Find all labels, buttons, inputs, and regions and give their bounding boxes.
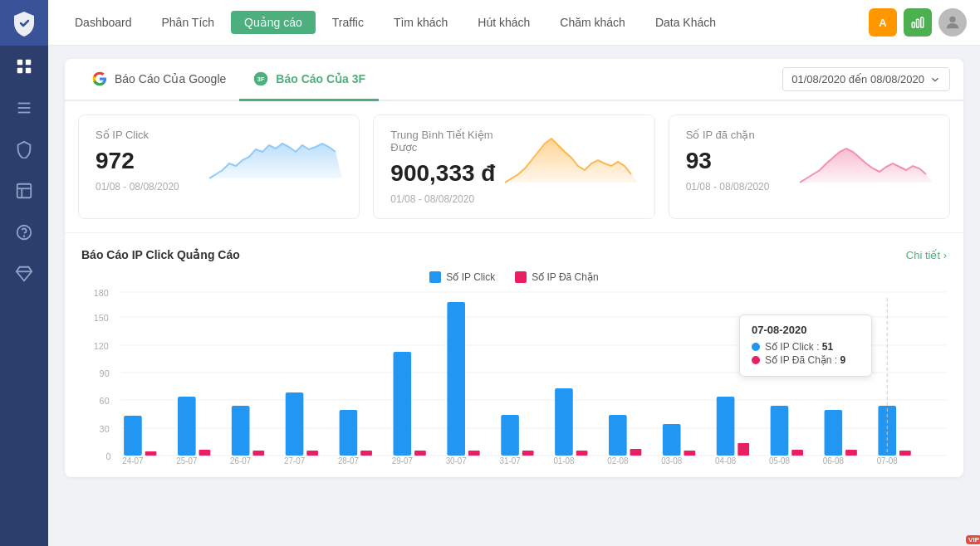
svg-point-16 <box>949 17 955 22</box>
svg-text:26-07: 26-07 <box>230 456 252 464</box>
list-icon <box>15 99 33 117</box>
nav-data-khach[interactable]: Data Khách <box>642 11 729 34</box>
sidebar-item-dashboard[interactable] <box>0 46 48 87</box>
svg-text:28-07: 28-07 <box>338 456 360 464</box>
svg-text:07-08: 07-08 <box>877 456 899 464</box>
nav-hut-khach[interactable]: Hút khách <box>464 11 543 34</box>
svg-text:30: 30 <box>100 424 110 434</box>
stat-title-3: Số IP đã chặn <box>686 129 770 141</box>
svg-text:30-07: 30-07 <box>446 456 468 464</box>
main-area: Dashboard Phân Tích Quảng cáo Traffic Tì… <box>48 0 980 546</box>
legend-click-dot <box>429 271 441 283</box>
svg-rect-45 <box>771 406 789 456</box>
tab-google-label: Báo Cáo Của Google <box>115 72 226 85</box>
sidebar <box>0 0 48 546</box>
legend-blocked-label: Số IP Đã Chặn <box>532 271 598 283</box>
svg-rect-35 <box>232 406 250 456</box>
svg-rect-44 <box>717 397 735 456</box>
sidebar-item-gem[interactable] <box>0 253 48 295</box>
svg-rect-56 <box>576 451 588 456</box>
svg-rect-58 <box>684 451 695 456</box>
svg-rect-52 <box>360 451 372 456</box>
gem-icon <box>15 265 33 283</box>
chart-legend: Số IP Click Số IP Đã Chặn <box>81 271 947 283</box>
svg-rect-60 <box>791 450 803 456</box>
svg-rect-33 <box>124 416 142 456</box>
shield-logo-icon <box>11 10 37 37</box>
svg-text:06-08: 06-08 <box>823 456 845 464</box>
svg-text:31-07: 31-07 <box>500 456 522 464</box>
stat-section: Số IP Click 972 01/08 - 08/08/2020 <box>65 101 963 233</box>
nav-quang-cao[interactable]: Quảng cáo <box>231 11 316 34</box>
sidebar-item-shield[interactable] <box>0 129 48 170</box>
main-card: Báo Cáo Của Google 3F Báo Cáo Của 3F 01/… <box>65 59 963 477</box>
stat-value-1: 972 <box>96 148 179 174</box>
svg-rect-7 <box>17 184 32 198</box>
stat-chart-2 <box>505 129 638 187</box>
svg-text:0: 0 <box>105 451 110 461</box>
svg-rect-43 <box>663 424 681 456</box>
svg-rect-40 <box>501 415 519 456</box>
chevron-down-icon <box>929 74 941 85</box>
svg-rect-51 <box>306 451 318 456</box>
stat-date-2: 01/08 - 08/08/2020 <box>390 193 504 205</box>
chart-section: Báo Cáo IP Click Quảng Cáo Chi tiết › Số… <box>65 235 963 477</box>
chart-canvas: 0 30 60 90 120 150 180 <box>81 290 947 464</box>
svg-rect-13 <box>912 22 914 27</box>
topnav: Dashboard Phân Tích Quảng cáo Traffic Tì… <box>48 0 980 46</box>
svg-text:04-08: 04-08 <box>715 456 737 464</box>
svg-rect-46 <box>825 410 843 456</box>
stat-title-1: Số IP Click <box>96 129 179 141</box>
nav-cham-khach[interactable]: Chăm khách <box>546 11 639 34</box>
svg-rect-14 <box>917 19 919 27</box>
chart-icon <box>910 15 925 30</box>
svg-text:29-07: 29-07 <box>392 456 414 464</box>
svg-rect-55 <box>522 451 534 456</box>
nav-tim-khach[interactable]: Tìm khách <box>380 11 461 34</box>
stat-date-3: 01/08 - 08/08/2020 <box>686 181 770 193</box>
grid-icon <box>15 57 33 76</box>
svg-text:25-07: 25-07 <box>176 456 198 464</box>
svg-text:60: 60 <box>100 396 110 406</box>
stat-card-saving: Trung Bình Tiết Kiệm Được 900,333 đ 01/0… <box>373 115 654 219</box>
stat-value-3: 93 <box>686 148 770 174</box>
nav-phan-tich[interactable]: Phân Tích <box>149 11 228 34</box>
notification-btn[interactable]: A <box>869 8 897 37</box>
user-avatar[interactable]: VIP <box>938 8 967 37</box>
legend-click: Số IP Click <box>429 271 495 283</box>
avatar-icon <box>943 13 962 32</box>
sidebar-logo[interactable] <box>0 0 48 46</box>
google-icon <box>91 71 108 87</box>
svg-text:24-07: 24-07 <box>122 456 144 464</box>
sidebar-item-layout[interactable] <box>0 170 48 212</box>
svg-point-11 <box>24 236 25 236</box>
tab-3f-label: Báo Cáo Của 3F <box>276 72 365 85</box>
svg-rect-15 <box>921 17 924 27</box>
nav-traffic[interactable]: Traffic <box>319 11 377 34</box>
bar-chart-svg: 0 30 60 90 120 150 180 <box>81 290 947 464</box>
svg-rect-47 <box>878 406 896 456</box>
svg-text:02-08: 02-08 <box>607 456 629 464</box>
sidebar-item-help[interactable] <box>0 212 48 253</box>
chart-detail-btn[interactable]: Chi tiết › <box>906 249 947 261</box>
svg-text:27-07: 27-07 <box>284 456 306 464</box>
chart-title: Báo Cáo IP Click Quảng Cáo <box>81 248 240 261</box>
sub-tabs: Báo Cáo Của Google 3F Báo Cáo Của 3F 01/… <box>65 59 963 101</box>
svg-text:120: 120 <box>94 341 109 351</box>
svg-text:03-08: 03-08 <box>661 456 683 464</box>
svg-rect-37 <box>340 410 358 456</box>
layout-icon <box>15 182 33 200</box>
sidebar-item-list[interactable] <box>0 87 48 129</box>
date-filter[interactable]: 01/08/2020 đến 08/08/2020 <box>782 67 950 91</box>
svg-rect-41 <box>555 388 573 456</box>
tab-3f[interactable]: 3F Báo Cáo Của 3F <box>239 59 379 101</box>
stat-card-blocked: Số IP đã chặn 93 01/08 - 08/08/2020 <box>669 115 950 219</box>
tab-google[interactable]: Báo Cáo Của Google <box>78 59 239 101</box>
notification-label: A <box>879 17 886 29</box>
nav-dashboard[interactable]: Dashboard <box>61 11 145 34</box>
legend-blocked-dot <box>515 271 527 283</box>
svg-rect-50 <box>252 451 264 456</box>
chart-btn[interactable] <box>904 8 932 37</box>
svg-rect-2 <box>17 68 22 73</box>
svg-rect-49 <box>199 450 211 456</box>
